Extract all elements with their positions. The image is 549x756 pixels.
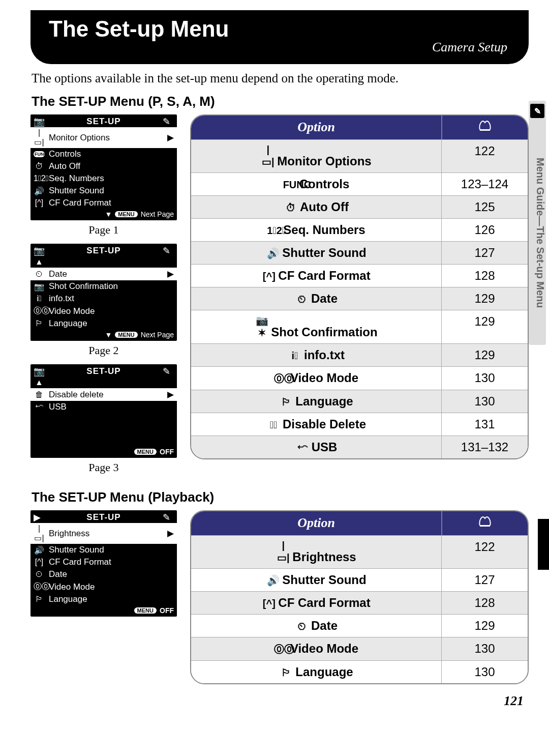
option-table-playback: Option |▭|Brightness122🔊Shutter Sound127… [190, 510, 529, 684]
lcd-screenshot-playback: ▶ SET-UP ✎ |▭|Brightness▶ 🔊Shutter Sound… [30, 510, 177, 617]
section-heading-psam: The SET-UP Menu (P, S, A, M) [32, 94, 529, 109]
option-icon: |▭| [261, 144, 275, 168]
lcd-row: 🔊Shutter Sound [30, 544, 177, 556]
table-row: 🗑̃Disable Delete131 [191, 413, 528, 435]
option-label: info.txt [304, 348, 345, 362]
lcd-title: SET-UP [45, 117, 163, 127]
option-label: Brightness [292, 550, 356, 564]
option-label: CF Card Format [278, 596, 370, 609]
thumb-index-bar [538, 519, 549, 570]
option-label: Seq. Numbers [283, 223, 365, 237]
lcd-row: ⓪⓪Video Mode [30, 580, 177, 593]
option-page: 126 [441, 219, 528, 241]
table-row: |▭|Brightness122 [191, 535, 528, 568]
lcd-screenshot-page2: 📷 SET-UP ✎ ▲ ⏲Date▶ 📷Shot Confirmation i… [30, 244, 177, 341]
camera-icon: 📷 [34, 245, 45, 256]
page-subtitle: Camera Setup [49, 40, 510, 55]
option-page: 130 [441, 661, 528, 683]
option-label: Shutter Sound [282, 246, 366, 259]
lcd-row: 📷Shot Confirmation [30, 280, 177, 293]
option-page: 128 [441, 265, 528, 287]
option-label: Controls [299, 177, 350, 191]
option-page: 128 [441, 592, 528, 614]
lcd-title: SET-UP [45, 512, 163, 522]
lcd-row [30, 435, 177, 447]
option-icon: [^] [262, 598, 276, 609]
intro-text: The options available in the set-up menu… [32, 71, 528, 85]
option-label: Video Mode [290, 642, 358, 655]
lcd-row: i⃣info.txt [30, 293, 177, 305]
option-page: 122 [441, 140, 528, 172]
svg-rect-1 [480, 525, 490, 527]
option-label: Date [311, 619, 338, 632]
lcd-row: 1⃣2⃣Seq. Numbers [30, 172, 177, 185]
pencil-icon: ✎ [163, 245, 174, 256]
option-icon: ⓪⓪ [274, 372, 288, 386]
lcd-row: ⏲Date [30, 568, 177, 580]
lcd-row: ⬿USB [30, 401, 177, 413]
option-page: 122 [441, 536, 528, 568]
option-label: Shot Confirmation [271, 325, 377, 339]
table-row: ⏲Date129 [191, 614, 528, 637]
option-page: 130 [441, 637, 528, 660]
lcd-row [30, 413, 177, 424]
svg-rect-0 [480, 129, 490, 131]
table-row: ⓪⓪Video Mode130 [191, 366, 528, 390]
col-option: Option [191, 511, 441, 535]
table-row: |▭|Monitor Options122 [191, 139, 528, 172]
lcd-row: 🏳Language [30, 317, 177, 330]
lcd-caption: Page 1 [30, 223, 177, 237]
col-page-ref [441, 115, 528, 139]
option-label: CF Card Format [278, 269, 370, 282]
option-icon: 🏳 [279, 396, 293, 408]
table-row: ⏱Auto Off125 [191, 195, 528, 218]
option-label: Language [295, 394, 353, 408]
page-ref-icon [478, 515, 492, 528]
pencil-icon: ✎ [163, 366, 174, 377]
option-page: 129 [441, 287, 528, 310]
option-page: 131–132 [441, 436, 528, 458]
option-table-psam: Option |▭|Monitor Options122FUNCControls… [190, 114, 529, 459]
option-page: 125 [441, 196, 528, 218]
lcd-row: ▲ [30, 377, 177, 388]
option-icon: [^] [262, 271, 276, 282]
option-page: 130 [441, 367, 528, 390]
lcd-row: 🔊Shutter Sound [30, 185, 177, 197]
table-row: [^]CF Card Format128 [191, 264, 528, 287]
side-tab-text: Menu Guide—The Set-up Menu [535, 158, 546, 308]
option-icon: ⏱ [284, 202, 298, 214]
option-icon: |▭| [276, 540, 290, 564]
option-label: Shutter Sound [282, 573, 366, 587]
option-page: 127 [441, 242, 528, 264]
option-icon: i⃣ [288, 350, 302, 362]
table-row: i⃣info.txt129 [191, 343, 528, 366]
camera-icon: 📷 [34, 366, 45, 377]
pencil-icon: ✎ [163, 512, 174, 523]
option-icon: 🗑̃ [266, 419, 281, 431]
table-row: 🏳Language130 [191, 390, 528, 413]
option-icon: 1⃣2⃣ [267, 225, 281, 237]
side-tab: ✎ Menu Guide—The Set-up Menu [529, 101, 546, 345]
lcd-caption: Page 2 [30, 344, 177, 357]
table-row: 1⃣2⃣Seq. Numbers126 [191, 218, 528, 241]
option-label: Auto Off [300, 200, 349, 214]
lcd-row: 🏳Language [30, 593, 177, 605]
lcd-row: [^]CF Card Format [30, 556, 177, 568]
option-label: Video Mode [290, 371, 358, 385]
lcd-caption: Page 3 [30, 461, 177, 474]
col-page-ref [441, 511, 528, 535]
lcd-row: ⏱Auto Off [30, 160, 177, 172]
option-icon: ⓪⓪ [274, 643, 288, 656]
option-label: USB [312, 440, 338, 454]
page-number: 121 [30, 693, 529, 709]
lcd-row: |▭|Monitor Options▶ [30, 127, 177, 148]
option-icon: 🏳 [279, 667, 293, 679]
option-page: 129 [441, 615, 528, 637]
col-option: Option [191, 115, 441, 139]
pencil-icon: ✎ [530, 104, 544, 118]
table-row: 🔊Shutter Sound127 [191, 241, 528, 264]
option-icon: FUNC [283, 179, 297, 191]
lcd-screenshot-page3: 📷 SET-UP ✎ ▲ 🗑Disable delete▶ ⬿USB MENUO… [30, 364, 177, 458]
lcd-row [30, 424, 177, 435]
option-label: Language [295, 665, 353, 679]
